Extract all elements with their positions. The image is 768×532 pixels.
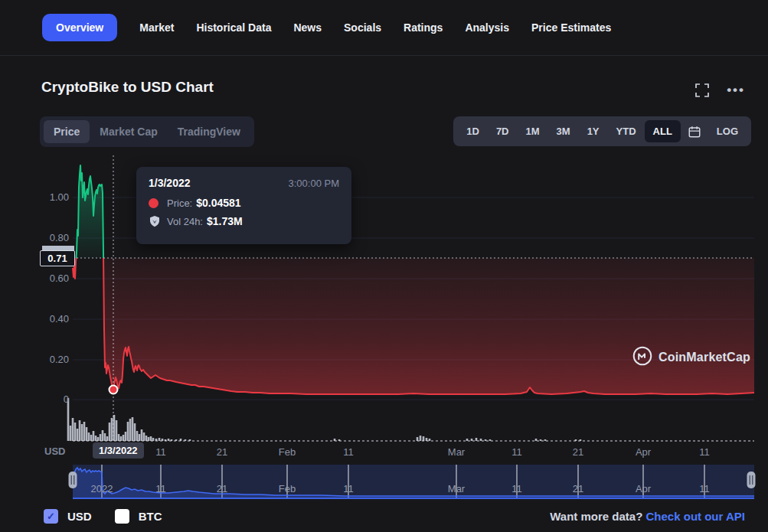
usd-checkbox-box[interactable]: ✓ [44, 509, 58, 524]
coinmarketcap-watermark: CoinMarketCap [632, 346, 750, 369]
x-axis-unit: USD [44, 446, 65, 457]
price-series-icon [149, 198, 159, 208]
volume-shield-icon [149, 215, 167, 227]
y-axis-label: 0 [38, 393, 69, 405]
x-axis-tick: 11 [500, 446, 534, 458]
more-data-text: Want more data? [550, 510, 642, 523]
navigator-tick: Feb [270, 483, 304, 494]
x-axis-tick: Mar [440, 446, 473, 458]
tooltip-date: 1/3/2022 [149, 177, 191, 189]
x-axis-tick: Apr [626, 446, 660, 458]
navigator-tick: 21 [205, 483, 239, 494]
api-link[interactable]: Check out our API [646, 510, 745, 523]
usd-checkbox[interactable]: ✓ USD [44, 509, 92, 524]
navigator-tick: 21 [561, 483, 595, 494]
y-axis-label: 0.80 [38, 232, 69, 243]
x-axis-tick: 11 [688, 446, 721, 458]
tooltip-vol-label: Vol 24h: [167, 216, 203, 227]
x-axis-tick: 11 [144, 446, 178, 458]
current-price-badge: 0.71 [40, 250, 75, 266]
footer-bar: ✓ USD BTC Want more data? Check out our … [0, 500, 768, 532]
btc-checkbox-box[interactable] [115, 509, 129, 524]
price-chart[interactable] [0, 0, 768, 505]
navigator-tick: 2022 [85, 483, 119, 494]
crosshair-date-badge: 1/3/2022 [93, 442, 144, 459]
btc-checkbox[interactable]: BTC [115, 509, 162, 524]
x-axis-tick: Feb [270, 446, 304, 458]
navigator-tick: Apr [626, 483, 660, 494]
btc-checkbox-label: BTC [139, 510, 162, 523]
tooltip-time: 3:00:00 PM [289, 178, 340, 189]
coinmarketcap-logo-icon [632, 346, 652, 369]
page: Overview Market Historical Data News Soc… [0, 0, 768, 532]
y-axis-label: 0.20 [38, 354, 69, 365]
navigator-tick: Mar [440, 483, 473, 494]
y-axis-label: 1.00 [38, 191, 69, 203]
usd-checkbox-label: USD [67, 510, 92, 523]
tooltip-vol-value: $1.73M [207, 215, 243, 227]
chart-tooltip: 1/3/2022 3:00:00 PM Price: $0.04581 Vol … [136, 167, 351, 244]
tooltip-price-label: Price: [167, 197, 192, 209]
navigator-tick: 11 [500, 483, 534, 494]
navigator-handle[interactable] [747, 472, 756, 488]
navigator-tick: 11 [688, 483, 721, 494]
y-axis-label: 0.40 [38, 313, 69, 325]
watermark-text: CoinMarketCap [659, 351, 750, 364]
x-axis-tick: 21 [561, 446, 595, 458]
x-axis-tick: 21 [205, 446, 239, 458]
x-axis-tick: 11 [332, 446, 365, 458]
y-axis-label: 0.60 [38, 273, 69, 284]
navigator-handle[interactable] [69, 472, 77, 488]
tooltip-price-value: $0.04581 [196, 197, 240, 209]
navigator-tick: 11 [332, 483, 365, 494]
navigator-tick: 11 [144, 483, 178, 494]
